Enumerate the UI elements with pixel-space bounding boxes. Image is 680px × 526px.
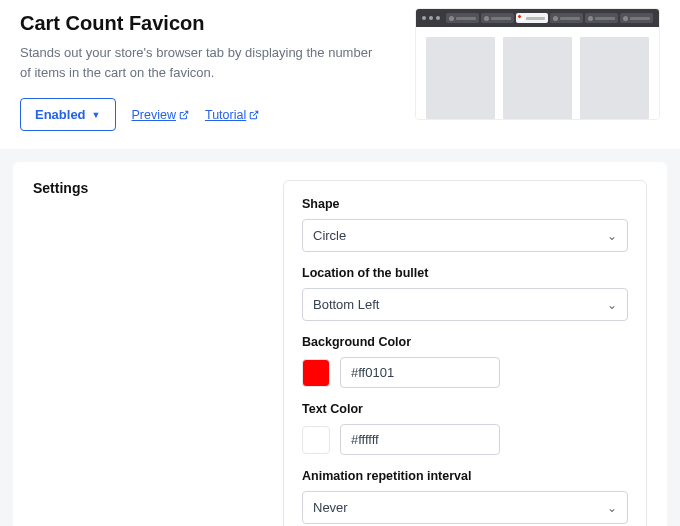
page-title: Cart Count Favicon bbox=[20, 12, 395, 35]
settings-heading: Settings bbox=[33, 180, 253, 526]
bg-color-label: Background Color bbox=[302, 335, 628, 349]
browser-preview bbox=[415, 8, 660, 120]
header-left: Cart Count Favicon Stands out your store… bbox=[20, 8, 395, 131]
chevron-down-icon: ⌄ bbox=[607, 501, 617, 515]
field-bg-color: Background Color bbox=[302, 335, 628, 388]
shape-label: Shape bbox=[302, 197, 628, 211]
settings-card: Settings Shape Circle ⌄ Location of the … bbox=[13, 162, 667, 526]
browser-tab bbox=[481, 13, 514, 23]
dot-icon bbox=[436, 16, 440, 20]
interval-label: Animation repetition interval bbox=[302, 469, 628, 483]
placeholder-block bbox=[580, 37, 649, 119]
preview-page bbox=[416, 27, 659, 119]
browser-chrome bbox=[416, 9, 659, 27]
interval-select[interactable]: Never ⌄ bbox=[302, 491, 628, 524]
favicon-icon bbox=[519, 16, 524, 21]
preview-link[interactable]: Preview bbox=[132, 108, 189, 122]
bg-color-row bbox=[302, 357, 628, 388]
tutorial-link-label: Tutorial bbox=[205, 108, 246, 122]
text-color-input[interactable] bbox=[340, 424, 500, 455]
favicon-icon bbox=[588, 16, 593, 21]
placeholder-block bbox=[503, 37, 572, 119]
window-dots bbox=[422, 16, 440, 20]
cart-badge-icon bbox=[517, 14, 522, 19]
favicon-icon bbox=[553, 16, 558, 21]
text-color-label: Text Color bbox=[302, 402, 628, 416]
chevron-down-icon: ⌄ bbox=[607, 298, 617, 312]
browser-tab bbox=[585, 13, 618, 23]
dot-icon bbox=[429, 16, 433, 20]
favicon-icon bbox=[484, 16, 489, 21]
browser-tab bbox=[620, 13, 653, 23]
favicon-icon bbox=[449, 16, 454, 21]
text-color-row bbox=[302, 424, 628, 455]
dot-icon bbox=[422, 16, 426, 20]
tutorial-link[interactable]: Tutorial bbox=[205, 108, 259, 122]
header-card: Cart Count Favicon Stands out your store… bbox=[0, 0, 680, 149]
external-link-icon bbox=[249, 110, 259, 120]
field-interval: Animation repetition interval Never ⌄ bbox=[302, 469, 628, 524]
field-text-color: Text Color bbox=[302, 402, 628, 455]
field-location: Location of the bullet Bottom Left ⌄ bbox=[302, 266, 628, 321]
interval-value: Never bbox=[313, 500, 348, 515]
browser-tab-active bbox=[516, 13, 549, 23]
chevron-down-icon: ⌄ bbox=[607, 229, 617, 243]
enabled-dropdown[interactable]: Enabled ▼ bbox=[20, 98, 116, 131]
field-shape: Shape Circle ⌄ bbox=[302, 197, 628, 252]
header-actions: Enabled ▼ Preview Tutorial bbox=[20, 98, 395, 131]
settings-body: Shape Circle ⌄ Location of the bullet Bo… bbox=[283, 180, 647, 526]
text-color-swatch[interactable] bbox=[302, 426, 330, 454]
location-value: Bottom Left bbox=[313, 297, 379, 312]
favicon-icon bbox=[623, 16, 628, 21]
page-description: Stands out your store's browser tab by d… bbox=[20, 43, 380, 82]
shape-select[interactable]: Circle ⌄ bbox=[302, 219, 628, 252]
preview-link-label: Preview bbox=[132, 108, 176, 122]
shape-value: Circle bbox=[313, 228, 346, 243]
caret-down-icon: ▼ bbox=[92, 110, 101, 120]
location-select[interactable]: Bottom Left ⌄ bbox=[302, 288, 628, 321]
location-label: Location of the bullet bbox=[302, 266, 628, 280]
bg-color-input[interactable] bbox=[340, 357, 500, 388]
external-link-icon bbox=[179, 110, 189, 120]
bg-color-swatch[interactable] bbox=[302, 359, 330, 387]
enabled-label: Enabled bbox=[35, 107, 86, 122]
browser-tab bbox=[550, 13, 583, 23]
placeholder-block bbox=[426, 37, 495, 119]
browser-tab bbox=[446, 13, 479, 23]
